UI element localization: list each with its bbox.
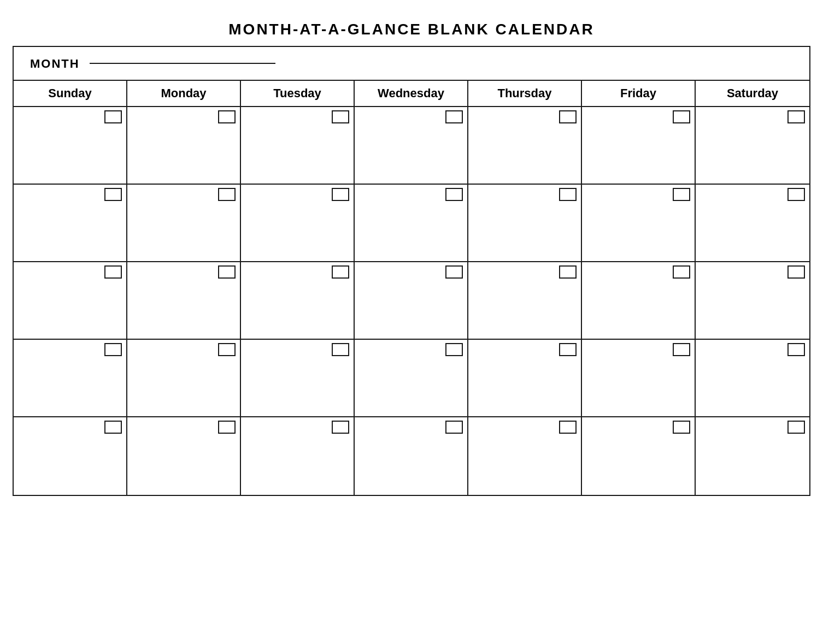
cell-w4-wed bbox=[355, 340, 468, 416]
cell-w2-sat bbox=[696, 185, 809, 261]
date-box bbox=[104, 110, 122, 123]
cell-w2-sun bbox=[14, 185, 127, 261]
date-box bbox=[445, 343, 463, 356]
calendar-grid bbox=[14, 107, 809, 495]
date-box bbox=[673, 265, 690, 279]
cell-w3-tue bbox=[241, 262, 355, 339]
date-box bbox=[673, 188, 690, 201]
date-box bbox=[445, 110, 463, 123]
week-2 bbox=[14, 185, 809, 262]
day-header-wednesday: Wednesday bbox=[355, 81, 468, 106]
cell-w3-fri bbox=[582, 262, 696, 339]
cell-w5-sun bbox=[14, 417, 127, 495]
date-box bbox=[104, 188, 122, 201]
cell-w4-fri bbox=[582, 340, 696, 416]
cell-w5-wed bbox=[355, 417, 468, 495]
cell-w2-fri bbox=[582, 185, 696, 261]
day-header-saturday: Saturday bbox=[696, 81, 809, 106]
date-box bbox=[673, 110, 690, 123]
date-box bbox=[673, 421, 690, 434]
date-box bbox=[787, 188, 805, 201]
cell-w1-thu bbox=[468, 107, 582, 184]
date-box bbox=[218, 188, 236, 201]
date-box bbox=[673, 343, 690, 356]
date-box bbox=[445, 188, 463, 201]
cell-w3-thu bbox=[468, 262, 582, 339]
cell-w5-fri bbox=[582, 417, 696, 495]
date-box bbox=[559, 421, 577, 434]
cell-w4-thu bbox=[468, 340, 582, 416]
date-box bbox=[445, 421, 463, 434]
date-box bbox=[332, 265, 349, 279]
week-5 bbox=[14, 417, 809, 495]
cell-w5-tue bbox=[241, 417, 355, 495]
day-header-friday: Friday bbox=[582, 81, 696, 106]
date-box bbox=[787, 265, 805, 279]
cell-w1-fri bbox=[582, 107, 696, 184]
cell-w4-mon bbox=[127, 340, 241, 416]
page-container: MONTH-AT-A-GLANCE BLANK CALENDAR MONTH S… bbox=[13, 11, 810, 496]
date-box bbox=[559, 110, 577, 123]
date-box bbox=[218, 421, 236, 434]
cell-w5-thu bbox=[468, 417, 582, 495]
date-box bbox=[787, 343, 805, 356]
calendar: MONTH Sunday Monday Tuesday Wednesday Th… bbox=[13, 46, 810, 496]
month-line bbox=[90, 63, 275, 64]
day-header-monday: Monday bbox=[127, 81, 241, 106]
week-4 bbox=[14, 340, 809, 417]
cell-w5-sat bbox=[696, 417, 809, 495]
cell-w3-sat bbox=[696, 262, 809, 339]
date-box bbox=[559, 265, 577, 279]
page-title: MONTH-AT-A-GLANCE BLANK CALENDAR bbox=[13, 11, 810, 46]
week-3 bbox=[14, 262, 809, 340]
date-box bbox=[445, 265, 463, 279]
cell-w2-wed bbox=[355, 185, 468, 261]
cell-w1-sat bbox=[696, 107, 809, 184]
cell-w4-tue bbox=[241, 340, 355, 416]
month-row: MONTH bbox=[14, 47, 809, 81]
date-box bbox=[218, 265, 236, 279]
cell-w1-tue bbox=[241, 107, 355, 184]
month-label: MONTH bbox=[30, 57, 80, 71]
cell-w1-sun bbox=[14, 107, 127, 184]
cell-w1-mon bbox=[127, 107, 241, 184]
cell-w4-sun bbox=[14, 340, 127, 416]
date-box bbox=[332, 343, 349, 356]
cell-w1-wed bbox=[355, 107, 468, 184]
date-box bbox=[559, 343, 577, 356]
days-header: Sunday Monday Tuesday Wednesday Thursday… bbox=[14, 81, 809, 107]
cell-w2-mon bbox=[127, 185, 241, 261]
date-box bbox=[332, 110, 349, 123]
day-header-thursday: Thursday bbox=[468, 81, 582, 106]
date-box bbox=[104, 265, 122, 279]
date-box bbox=[332, 188, 349, 201]
cell-w2-thu bbox=[468, 185, 582, 261]
cell-w2-tue bbox=[241, 185, 355, 261]
date-box bbox=[332, 421, 349, 434]
day-header-sunday: Sunday bbox=[14, 81, 127, 106]
date-box bbox=[104, 421, 122, 434]
date-box bbox=[559, 188, 577, 201]
date-box bbox=[787, 110, 805, 123]
cell-w3-wed bbox=[355, 262, 468, 339]
week-1 bbox=[14, 107, 809, 185]
cell-w5-mon bbox=[127, 417, 241, 495]
day-header-tuesday: Tuesday bbox=[241, 81, 355, 106]
cell-w4-sat bbox=[696, 340, 809, 416]
date-box bbox=[787, 421, 805, 434]
cell-w3-sun bbox=[14, 262, 127, 339]
cell-w3-mon bbox=[127, 262, 241, 339]
date-box bbox=[104, 343, 122, 356]
date-box bbox=[218, 343, 236, 356]
date-box bbox=[218, 110, 236, 123]
